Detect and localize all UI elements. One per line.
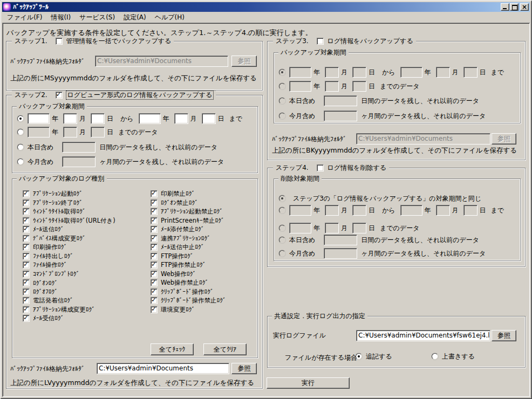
log-type-label[interactable]: ﾛｸﾞｵﾝ禁止ﾛｸﾞ: [161, 199, 198, 207]
log-type-label[interactable]: ﾒｰﾙ受信ﾛｸﾞ: [33, 314, 64, 322]
log-type-label[interactable]: ｳｨﾝﾄﾞｳﾀｲﾄﾙ取得ﾛｸﾞ: [33, 208, 86, 216]
log-type-label[interactable]: ﾒｰﾙ送信ﾛｸﾞ: [33, 225, 64, 233]
overwrite-radio[interactable]: [432, 353, 438, 360]
log-type-checkbox[interactable]: [23, 244, 30, 251]
log-type-checkbox[interactable]: [151, 217, 158, 224]
log-type-checkbox[interactable]: [151, 253, 158, 260]
log-type-checkbox[interactable]: [23, 262, 30, 269]
log-type-checkbox[interactable]: [151, 190, 158, 197]
menu-item[interactable]: 情報(I): [46, 12, 75, 23]
step2-checkbox[interactable]: [56, 92, 63, 99]
step2-period-range-radio[interactable]: [17, 115, 24, 122]
log-type-label[interactable]: ﾛｸﾞｵﾌﾛｸﾞ: [33, 288, 58, 295]
log-type-label[interactable]: ﾃﾞﾊﾞｲｽ構成変更ﾛｸﾞ: [33, 235, 86, 243]
step3-checkbox-label[interactable]: ログ情報をバックアップする: [328, 37, 413, 45]
log-type-label[interactable]: ｱﾌﾟﾘｹｰｼｮﾝ終了ﾛｸﾞ: [33, 199, 83, 207]
common-browse-button[interactable]: 参照: [492, 330, 516, 341]
step2-period-days-radio[interactable]: [17, 144, 24, 150]
log-type-label[interactable]: ｱﾌﾟﾘｹｰｼｮﾝ起動禁止ﾛｸﾞ: [161, 208, 223, 216]
log-type-checkbox[interactable]: [23, 306, 30, 313]
log-type-checkbox[interactable]: [151, 271, 158, 278]
log-type-checkbox[interactable]: [23, 226, 30, 233]
execute-button[interactable]: 実行: [267, 377, 350, 389]
log-type-checkbox[interactable]: [151, 226, 158, 233]
log-type-label[interactable]: 環境変更ﾛｸﾞ: [161, 306, 195, 314]
step2-browse-button[interactable]: 参照: [231, 363, 257, 374]
step4-checkbox[interactable]: [317, 164, 324, 171]
step1-checkbox[interactable]: [56, 38, 63, 45]
minimize-icon: [503, 8, 507, 9]
day-label: 日: [369, 207, 375, 215]
menu-item[interactable]: 設定(A): [119, 12, 151, 23]
log-type-label[interactable]: ｸﾘｯﾌﾟﾎﾞｰﾄﾞ操作ﾛｸﾞ: [161, 288, 214, 296]
log-type-label[interactable]: FTP操作禁止ﾛｸﾞ: [161, 261, 206, 269]
log-type-label[interactable]: ﾒｰﾙ送信中止ﾛｸﾞ: [161, 243, 204, 251]
log-type-checkbox[interactable]: [151, 262, 158, 269]
log-type-label[interactable]: ｸﾘｯﾌﾟﾎﾞｰﾄﾞ操作禁止ﾛｸﾞ: [161, 297, 226, 305]
clear-all-button[interactable]: 全てｸﾘｱ: [203, 343, 247, 355]
log-type-label[interactable]: Web操作ﾛｸﾞ: [161, 270, 196, 278]
log-type-label[interactable]: ｳｨﾝﾄﾞｳﾀｲﾄﾙ取得ﾛｸﾞ(URL付き): [33, 217, 115, 225]
step2-checkbox-label[interactable]: ログビューア形式のログ情報をバックアップする: [66, 91, 214, 99]
step3-checkbox[interactable]: [317, 38, 324, 45]
step2-from-year-input[interactable]: [28, 113, 50, 124]
maximize-button[interactable]: [510, 3, 519, 11]
log-type-checkbox[interactable]: [151, 200, 158, 207]
step4-checkbox-label[interactable]: ログ情報を削除する: [328, 164, 386, 172]
log-type-label[interactable]: ﾛｸﾞｵﾝﾛｸﾞ: [33, 279, 58, 287]
log-type-checkbox[interactable]: [151, 288, 158, 295]
menu-item[interactable]: ヘルプ(H): [151, 12, 189, 23]
log-type-label[interactable]: PrintScreenｷｰ禁止ﾛｸﾞ: [161, 217, 224, 225]
log-type-checkbox[interactable]: [23, 271, 30, 278]
log-type-label[interactable]: 連携ｱﾌﾟﾘｹｰｼｮﾝﾛｸﾞ: [161, 235, 210, 243]
log-type-checkbox[interactable]: [23, 315, 30, 322]
step2-from-day-input[interactable]: [91, 113, 105, 124]
log-type-label[interactable]: 印刷操作ﾛｸﾞ: [33, 243, 67, 251]
log-type-checkbox[interactable]: [151, 235, 158, 242]
log-type-checkbox[interactable]: [23, 190, 30, 197]
log-type-checkbox[interactable]: [23, 208, 30, 215]
step1-checkbox-label[interactable]: 管理情報を一括でバックアップする: [66, 37, 172, 45]
log-type-label[interactable]: ｺﾏﾝﾄﾞﾌﾟﾛﾝﾌﾟﾄﾛｸﾞ: [33, 270, 79, 278]
log-type-label[interactable]: 印刷禁止ﾛｸﾞ: [161, 190, 195, 198]
log-type-label[interactable]: ﾌｧｲﾙ持出しﾛｸﾞ: [33, 252, 73, 260]
step2-period-until-radio[interactable]: [17, 129, 24, 135]
step2-folder-input[interactable]: C:¥Users¥admin¥Documents: [97, 363, 229, 374]
log-type-label[interactable]: FTP操作ﾛｸﾞ: [161, 252, 194, 260]
log-type-checkbox[interactable]: [151, 306, 158, 313]
check-all-button[interactable]: 全てﾁｪｯｸ: [151, 343, 194, 355]
log-type-checkbox[interactable]: [151, 208, 158, 215]
overwrite-label[interactable]: 上書きする: [442, 353, 475, 361]
minimize-button[interactable]: [501, 3, 509, 11]
log-type-checkbox[interactable]: [151, 244, 158, 251]
step2-to-day-input[interactable]: [202, 113, 216, 124]
log-type-checkbox[interactable]: [23, 253, 30, 260]
log-type-checkbox[interactable]: [151, 297, 158, 304]
title-bar[interactable]: ﾊﾞｯｸｱｯﾌﾟﾂｰﾙ ×: [2, 2, 530, 12]
close-button[interactable]: ×: [520, 3, 529, 11]
log-type-checkbox[interactable]: [23, 235, 30, 242]
append-label[interactable]: 追記する: [366, 353, 392, 361]
log-type-checkbox[interactable]: [23, 297, 30, 304]
step2-from-month-input[interactable]: [63, 113, 77, 124]
log-type-checkbox[interactable]: [151, 279, 158, 286]
month-label: 月: [190, 115, 197, 123]
log-type-label[interactable]: Web操作禁止ﾛｸﾞ: [161, 279, 208, 287]
log-type-label[interactable]: ｱﾌﾟﾘｹｰｼｮﾝ構成変更ﾛｸﾞ: [33, 306, 95, 314]
log-type-label[interactable]: ｱﾌﾟﾘｹｰｼｮﾝ起動ﾛｸﾞ: [33, 190, 83, 198]
step2-period-months-radio[interactable]: [17, 159, 24, 165]
step2-to-month-input[interactable]: [174, 113, 188, 124]
log-type-label[interactable]: ﾌｧｲﾙ操作ﾛｸﾞ: [33, 261, 67, 269]
log-type-checkbox[interactable]: [23, 217, 30, 224]
log-type-checkbox[interactable]: [23, 279, 30, 286]
step2-to-year-input[interactable]: [139, 113, 161, 124]
log-type-checkbox[interactable]: [23, 288, 30, 295]
log-type-label[interactable]: 電話発着信ﾛｸﾞ: [33, 297, 73, 305]
append-radio[interactable]: [356, 353, 362, 360]
menu-item[interactable]: サービス(S): [75, 12, 119, 23]
log-type-label[interactable]: ﾒｰﾙ添付禁止ﾛｸﾞ: [161, 225, 204, 233]
log-type-row: ﾃﾞﾊﾞｲｽ構成変更ﾛｸﾞ: [23, 235, 115, 243]
menu-item[interactable]: ファイル(F): [3, 12, 46, 23]
exec-log-file-input[interactable]: C:¥Users¥admin¥Documents¥fsw61ej4.log: [356, 330, 490, 341]
log-type-checkbox[interactable]: [23, 200, 30, 207]
